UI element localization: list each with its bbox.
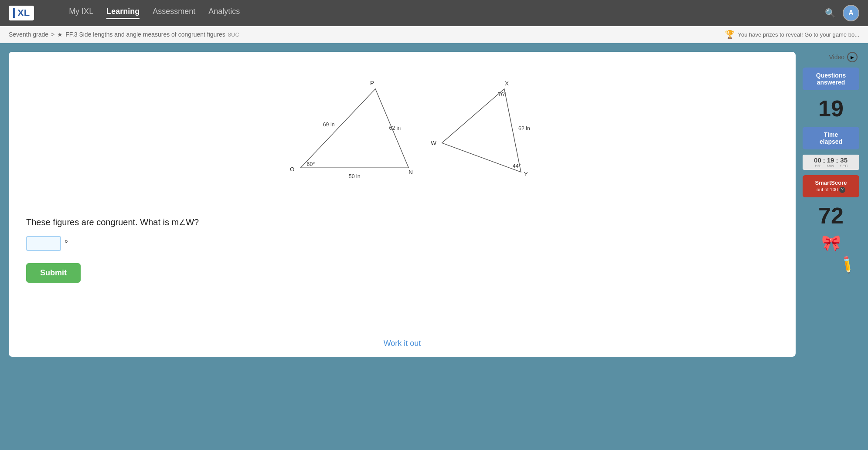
ribbon-icon: 🎀 (803, 234, 859, 252)
main-wrapper: P O N 60° 69 in 62 in 50 in W X Y 7 (0, 43, 868, 365)
questions-count: 19 (803, 95, 859, 122)
timer-seconds: 35 (840, 156, 848, 164)
breadcrumb-lesson[interactable]: FF.3 Side lengths and angle measures of … (65, 31, 225, 38)
top-navigation: XL My IXL Learning Assessment Analytics … (0, 0, 868, 26)
question-card: P O N 60° 69 in 62 in 50 in W X Y 7 (9, 52, 796, 357)
smartscore-label: SmartScore (815, 179, 847, 186)
questions-answered-button: Questionsanswered (803, 68, 859, 90)
question-text: These figures are congruent. What is m∠W… (26, 217, 778, 227)
questions-answered-label: Questionsanswered (816, 72, 846, 86)
nav-my-ixl[interactable]: My IXL (69, 7, 93, 19)
prize-banner[interactable]: 🏆 You have prizes to reveal! Go to your … (725, 30, 859, 39)
smartscore-button: SmartScore out of 100 ? (803, 175, 859, 197)
ixl-logo[interactable]: XL (9, 6, 34, 20)
angle-X-label: 76° (498, 91, 506, 98)
breadcrumb-grade[interactable]: Seventh grade (9, 31, 48, 38)
nav-links: My IXL Learning Assessment Analytics (69, 7, 240, 19)
video-play-button[interactable]: ▶ (847, 52, 858, 62)
time-elapsed-button: Timeelapsed (803, 127, 859, 149)
geometry-diagram: P O N 60° 69 in 62 in 50 in W X Y 7 (267, 69, 538, 200)
side-OP-label: 69 in (323, 122, 334, 128)
timer-minutes-label: MIN (827, 164, 834, 168)
timer-hours-label: HR (815, 164, 820, 168)
timer-hours: 00 (814, 156, 821, 164)
trophy-icon: 🏆 (725, 30, 735, 39)
pencil-icon[interactable]: ✏️ (837, 254, 858, 275)
svg-marker-1 (442, 89, 521, 172)
timer-sep2: : (836, 156, 838, 168)
video-label: Video (829, 54, 844, 61)
submit-button[interactable]: Submit (26, 263, 81, 283)
vertex-Y: Y (524, 171, 528, 177)
nav-right-controls: 🔍 A (825, 5, 859, 21)
vertex-N: N (408, 169, 413, 176)
timer-seconds-label: SEC (840, 164, 848, 168)
right-sidebar: Video ▶ Questionsanswered 19 Timeelapsed… (803, 52, 859, 357)
timer-minutes: 19 (827, 156, 834, 164)
side-ON-label: 50 in (348, 173, 360, 179)
angle-input[interactable] (26, 236, 61, 251)
vertex-P: P (370, 80, 374, 86)
smartscore-sub: out of 100 ? (817, 187, 845, 192)
smartscore-value: 72 (803, 203, 859, 229)
breadcrumb-sep1: > (51, 31, 54, 38)
prize-text: You have prizes to reveal! Go to your ga… (738, 31, 859, 38)
angle-O-label: 60° (306, 161, 315, 167)
breadcrumb-attempt: 8UC (228, 31, 239, 38)
degree-symbol: ° (65, 239, 68, 249)
nav-analytics[interactable]: Analytics (208, 7, 240, 19)
input-row: ° (26, 236, 778, 251)
vertex-X: X (504, 80, 508, 87)
vertex-O: O (290, 166, 294, 173)
angle-Y-label: 44° (512, 163, 521, 169)
nav-assessment[interactable]: Assessment (153, 7, 195, 19)
search-icon[interactable]: 🔍 (825, 8, 836, 18)
timer-display: 00 HR : 19 MIN : 35 SEC (803, 155, 859, 170)
time-elapsed-label: Timeelapsed (820, 131, 842, 145)
side-XY-label: 62 in (518, 125, 530, 132)
star-icon: ★ (57, 31, 63, 38)
vertex-W: W (431, 140, 436, 146)
nav-learning[interactable]: Learning (106, 7, 140, 19)
side-PN-label: 62 in (389, 125, 401, 131)
diagram-area: P O N 60° 69 in 62 in 50 in W X Y 7 (26, 65, 778, 204)
breadcrumb: Seventh grade > ★ FF.3 Side lengths and … (0, 26, 868, 43)
timer-sep1: : (823, 156, 825, 168)
work-it-out-link[interactable]: Work it out (384, 339, 421, 348)
avatar[interactable]: A (843, 5, 859, 21)
